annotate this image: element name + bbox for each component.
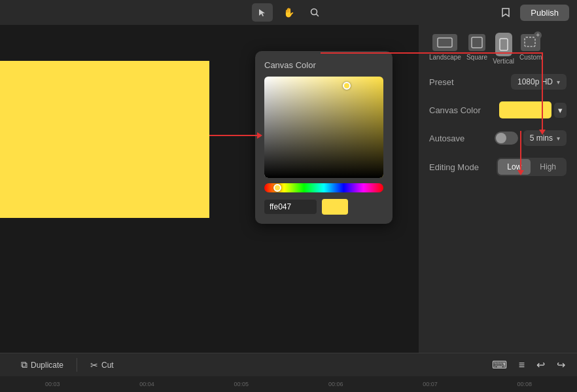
editing-mode-label: Editing Mode [429, 162, 479, 172]
toolbar-center: ✋ [252, 3, 325, 22]
autosave-toggle[interactable] [495, 132, 518, 145]
custom-label: Custom [519, 54, 542, 61]
timeline-bar: 00:03 00:04 00:05 00:06 00:07 00:08 [0, 376, 577, 392]
canvas-color-wrap: ▾ [499, 101, 567, 118]
canvas-yellow-rect [0, 61, 209, 218]
vertical-label: Vertical [493, 58, 514, 65]
svg-line-1 [317, 14, 319, 16]
hand-tool-button[interactable]: ✋ [278, 3, 299, 22]
color-picker-popup: Canvas Color [255, 51, 393, 224]
square-icon [468, 34, 485, 51]
cut-icon: ✂ [90, 360, 98, 370]
autosave-label: Autosave [429, 134, 464, 143]
preset-dropdown[interactable]: 1080p HD ▾ [511, 74, 567, 90]
main-area: Canvas Color Landscape [0, 25, 577, 353]
color-picker-title: Canvas Color [264, 60, 383, 70]
arrow-down-1 [542, 52, 543, 131]
autosave-row: Autosave 5 mins ▾ [429, 130, 567, 146]
size-btn-square[interactable]: Square [466, 34, 487, 65]
size-btn-vertical[interactable]: Vertical [493, 34, 514, 65]
canvas-color-row: Canvas Color ▾ [429, 101, 567, 118]
timeline-marks: 00:03 00:04 00:05 00:06 00:07 00:08 [5, 381, 572, 387]
svg-rect-3 [472, 37, 482, 48]
hue-slider[interactable] [264, 183, 383, 192]
canvas-color-dropdown-arrow: ▾ [558, 105, 563, 115]
bottom-toolbar: ⧉ Duplicate ✂ Cut ⌨ ≡ ↩ ↪ [0, 353, 577, 376]
autosave-interval: 5 mins [530, 134, 553, 143]
hue-slider-thumb[interactable] [273, 184, 281, 192]
undo-button[interactable]: ↩ [533, 356, 549, 374]
toggle-knob [496, 133, 506, 143]
preset-value: 1080p HD [517, 77, 553, 86]
keyboard-button[interactable]: ⌨ [488, 356, 511, 374]
hex-row [264, 199, 383, 215]
svg-rect-5 [525, 37, 535, 46]
editing-mode-high[interactable]: High [531, 159, 565, 175]
select-tool-button[interactable] [252, 3, 273, 22]
autosave-dropdown-arrow: ▾ [557, 135, 560, 142]
preset-label: Preset [429, 77, 454, 87]
bottom-right-tools: ⌨ ≡ ↩ ↪ [488, 356, 569, 374]
landscape-icon [432, 34, 457, 51]
toolbar-right: Publish [497, 3, 569, 22]
arrow-down-2 [520, 131, 521, 171]
canvas-color-dropdown[interactable]: ▾ [554, 103, 567, 118]
size-buttons: Landscape Square Vertical + [429, 34, 567, 65]
preset-row: Preset 1080p HD ▾ [429, 74, 567, 90]
editing-mode-buttons: Low High [497, 158, 567, 176]
cut-label: Cut [101, 361, 114, 370]
svg-rect-2 [438, 38, 452, 47]
preset-dropdown-arrow: ▾ [557, 79, 560, 86]
square-label: Square [466, 54, 487, 61]
custom-icon: + [521, 34, 540, 51]
editing-mode-row: Editing Mode Low High [429, 158, 567, 176]
timeline-mark-0: 00:03 [5, 381, 99, 387]
color-gradient-box[interactable] [264, 77, 383, 178]
bookmark-button[interactable] [497, 3, 515, 22]
timeline-mark-3: 00:06 [288, 381, 383, 387]
duplicate-label: Duplicate [31, 361, 63, 370]
color-picker-handle[interactable] [343, 82, 351, 90]
autosave-toggle-wrap: 5 mins ▾ [495, 130, 567, 146]
hex-input[interactable] [264, 200, 317, 214]
redo-button[interactable]: ↪ [553, 356, 569, 374]
color-swatch-preview [322, 199, 348, 215]
timeline-mark-4: 00:07 [383, 381, 477, 387]
editing-mode-low[interactable]: Low [498, 159, 531, 175]
timeline-mark-2: 00:05 [194, 381, 288, 387]
publish-button[interactable]: Publish [520, 5, 569, 21]
color-gradient-bg [264, 77, 383, 178]
size-btn-landscape[interactable]: Landscape [429, 34, 461, 65]
canvas-color-label: Canvas Color [429, 105, 481, 115]
arrow-canvas-to-picker [209, 135, 258, 136]
settings-button[interactable]: ≡ [515, 357, 529, 374]
duplicate-button[interactable]: ⧉ Duplicate [16, 357, 69, 373]
timeline-mark-5: 00:08 [478, 381, 572, 387]
timeline-mark-1: 00:04 [99, 381, 194, 387]
size-btn-custom[interactable]: + Custom [519, 34, 542, 65]
landscape-label: Landscape [429, 54, 461, 61]
svg-rect-4 [500, 39, 508, 50]
canvas-color-swatch[interactable] [499, 101, 551, 118]
toolbar-divider [77, 358, 77, 372]
top-toolbar: ✋ Publish [0, 0, 577, 25]
cut-button[interactable]: ✂ Cut [85, 357, 119, 373]
duplicate-icon: ⧉ [21, 359, 27, 370]
search-tool-button[interactable] [304, 3, 325, 22]
right-panel: Landscape Square Vertical + [419, 25, 577, 353]
arrow-horizontal-1 [321, 52, 543, 54]
